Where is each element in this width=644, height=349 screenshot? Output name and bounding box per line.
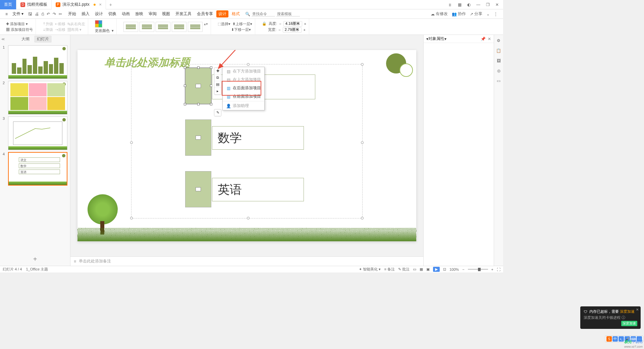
clipboard-icon[interactable]: 📋 [496, 48, 502, 54]
pending-changes[interactable]: ☁ 有修改 [431, 11, 448, 17]
width-stepper-plus[interactable]: + [304, 28, 306, 32]
tab-home[interactable]: 首页 [0, 0, 16, 9]
save-icon[interactable]: 🖫 [28, 12, 32, 16]
add-bullet-button[interactable]: ☰ 添加项目符号 [6, 27, 33, 32]
outline-tab[interactable]: 大纲 [19, 36, 32, 43]
smartart-item-1[interactable] [185, 68, 211, 104]
height-stepper-minus[interactable]: − [279, 22, 281, 26]
upgrade-button[interactable]: ⇡升级 [43, 21, 53, 27]
add-item-button[interactable]: ✚ 添加项目 ▾ [6, 21, 28, 27]
tab-document[interactable]: P演示文稿1.pptx✕ [52, 0, 106, 9]
menu-transition[interactable]: 切换 [106, 10, 118, 17]
format-painter-icon[interactable]: ✂ [59, 12, 62, 16]
slide-canvas[interactable]: 单击此处添加标题 数学 [77, 50, 416, 241]
change-color-icon[interactable] [95, 20, 102, 28]
menu-design[interactable]: 设计 [93, 10, 105, 17]
chevron-down-icon[interactable]: ⌄ [486, 12, 490, 16]
downgrade-button[interactable]: ⇣降级 [43, 27, 53, 32]
menu-smartart-design[interactable]: 设计 [216, 10, 228, 17]
maximize-icon[interactable]: ❐ [485, 2, 490, 7]
apps-icon[interactable]: ▦ [457, 2, 462, 7]
sa-style-2[interactable] [140, 22, 154, 32]
rtl-button[interactable]: ⇆从右向左 [67, 21, 85, 27]
ctx-add-above[interactable]: ▤在上方添加项目 [223, 76, 264, 84]
notes-pane[interactable]: ≡ 单击此处添加备注 [70, 256, 423, 266]
menu-view[interactable]: 视图 [160, 10, 172, 17]
image-tool-icon[interactable]: 🖼 [496, 58, 502, 64]
zoom-out-icon[interactable]: − [462, 267, 464, 271]
sa-style-4[interactable] [172, 22, 186, 32]
coop-button[interactable]: 👥 协作 [452, 11, 466, 17]
sa-style-1[interactable] [123, 22, 138, 32]
search-template-input[interactable] [276, 11, 300, 16]
close-panel-icon[interactable]: ✕ [488, 37, 491, 41]
collapse-panel-icon[interactable]: ≪ [1, 37, 5, 41]
minimize-icon[interactable]: — [476, 2, 481, 7]
fit-icon[interactable]: ⊡ [443, 267, 446, 271]
thumb-slide-2[interactable] [8, 81, 67, 114]
share-button[interactable]: ↗ 分享 [470, 11, 482, 17]
menu-insert[interactable]: 插入 [79, 10, 92, 17]
more-icon[interactable]: ⋮ [494, 12, 498, 16]
preview-icon[interactable]: ⎙ [42, 12, 44, 16]
width-stepper-minus[interactable]: − [278, 28, 280, 32]
menu-slideshow[interactable]: 放映 [133, 10, 145, 17]
float-org-icon[interactable]: ⧉ [214, 74, 221, 81]
zoom-slider[interactable] [468, 269, 488, 270]
menu-animation[interactable]: 动画 [120, 10, 132, 17]
float-pencil-icon[interactable]: ✎ [214, 109, 221, 116]
reading-mode-icon[interactable]: ⫼ [447, 2, 453, 7]
thumbs-list[interactable]: 1 2 3 4 语文 [0, 43, 70, 252]
sa-style-5[interactable] [188, 22, 203, 32]
smartart-image-1[interactable] [185, 68, 211, 104]
slides-tab[interactable]: 幻灯片 [34, 36, 52, 43]
user-avatar-icon[interactable]: ◐ [466, 2, 472, 7]
undo-icon[interactable]: ↶ [47, 12, 50, 16]
sa-style-3[interactable] [156, 22, 170, 32]
menu-smartart-format[interactable]: 格式 [230, 10, 242, 17]
up-layer-button[interactable]: ⬆上移一层▾ [232, 21, 252, 27]
back-button[interactable]: ⇢后移 [55, 27, 65, 32]
slideshow-button[interactable]: ▶ [433, 267, 440, 272]
lock-ratio-icon[interactable]: 🔒 [262, 21, 267, 26]
settings-icon[interactable]: ⚙ [496, 38, 502, 44]
pin-icon[interactable]: 📌 [481, 37, 486, 41]
select-button[interactable]: ⬚选择▾ [218, 21, 230, 27]
hamburger-icon[interactable]: ≡ [5, 12, 8, 16]
present-icon[interactable]: ▭ [496, 78, 502, 84]
notes-toggle-icon[interactable]: ≡ [74, 259, 76, 264]
layout-button[interactable]: ▦布局 ▾ [67, 27, 82, 32]
change-color-button[interactable]: 更改颜色 [95, 28, 110, 33]
print-icon[interactable]: 🖨 [35, 12, 39, 16]
file-menu[interactable]: 文件 ▾ [10, 10, 25, 17]
beautify-button[interactable]: ✦ 智能美化 ▾ [359, 267, 381, 272]
down-layer-button[interactable]: ⬇下移一层▾ [231, 27, 251, 32]
ctx-add-before[interactable]: ▥在前面添加项目 [223, 92, 264, 101]
notes-placeholder[interactable]: 单击此处添加备注 [79, 258, 111, 264]
add-slide-button[interactable]: + [0, 252, 70, 266]
ctx-add-assistant[interactable]: 👤添加助理 [223, 102, 264, 110]
height-input[interactable] [283, 21, 302, 27]
smartart-label-3[interactable]: 英语 [212, 178, 304, 201]
fit-window-icon[interactable]: ⛶ [497, 267, 500, 271]
zoom-in-icon[interactable]: + [491, 267, 493, 271]
redo-icon[interactable]: ↷ [53, 12, 56, 16]
float-add-item-icon[interactable]: ✚ [214, 68, 221, 74]
float-layout-icon[interactable]: ▤ [214, 81, 221, 88]
smartart-item-3[interactable] [185, 171, 211, 207]
tab-templates[interactable]: D找稻壳模板 [16, 0, 52, 9]
view-normal-icon[interactable]: ▭ [413, 267, 416, 271]
height-stepper-plus[interactable]: + [304, 22, 306, 26]
styles-expand-icon[interactable]: ▴▾ [204, 22, 208, 32]
menu-devtools[interactable]: 开发工具 [173, 10, 194, 17]
close-icon[interactable]: ✕ [99, 3, 102, 6]
ctx-add-below[interactable]: ▤在下方添加项目 [223, 67, 264, 76]
width-input[interactable] [283, 27, 302, 33]
forward-button[interactable]: ⇠前移 [55, 21, 65, 27]
thumb-slide-4[interactable]: 语文 数学 英语 [8, 152, 67, 186]
smartart-label-2[interactable]: 数学 [212, 126, 304, 150]
view-reading-icon[interactable]: ▣ [426, 267, 430, 271]
view-sorter-icon[interactable]: ▦ [420, 267, 423, 271]
menu-review[interactable]: 审阅 [147, 10, 159, 17]
notes-button[interactable]: ≡ 备注 [384, 267, 394, 272]
